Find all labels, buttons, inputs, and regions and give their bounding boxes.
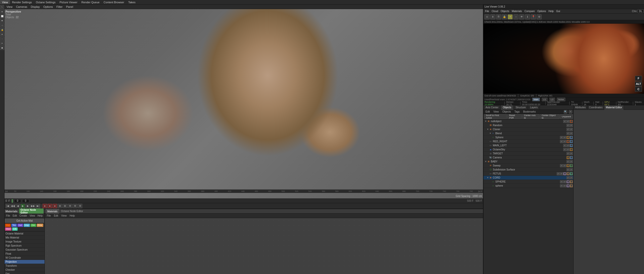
mat-tab-mat[interactable]: Mat bbox=[5, 224, 11, 227]
om-row-sphere2[interactable]: ○ sphere ✓ ✓ ⬛ ⬛ bbox=[484, 184, 573, 188]
om-mat-camera[interactable]: ⬛ bbox=[567, 156, 570, 159]
om-row-baby[interactable]: ▼ ⊞ BABY ✓ ✓ bbox=[484, 160, 573, 164]
menu-render-settings[interactable]: Render Settings bbox=[10, 0, 34, 4]
expand-random[interactable] bbox=[487, 124, 489, 127]
om-row-nullobject[interactable]: ▼ ⊞ nullobject ✓ ✓ ⬛ bbox=[484, 119, 573, 123]
toolbar-btn-7[interactable]: ⊕ bbox=[0, 32, 4, 36]
timeline-end-field[interactable] bbox=[22, 199, 29, 203]
om-lock-sweep[interactable]: ✓ bbox=[563, 164, 566, 167]
om-mat2-sphere2[interactable]: ⬛ bbox=[570, 184, 573, 187]
menu-content-browser[interactable]: Content Browser bbox=[102, 0, 126, 4]
lv-btn-sun[interactable]: ☀ bbox=[508, 14, 513, 19]
expand-main-left[interactable] bbox=[487, 144, 489, 147]
om-row-fetus[interactable]: ▭ FETUS ✓ ✓ ⬛ ⬛ ⬛ bbox=[484, 172, 573, 176]
om-lock-red-right[interactable]: ✓ bbox=[563, 140, 566, 143]
anim-btn-step-fwd[interactable]: ▶▶ bbox=[31, 204, 35, 208]
om-mat2-sphere[interactable]: ⬛ bbox=[570, 136, 573, 139]
timeline-start-field[interactable] bbox=[14, 199, 21, 203]
mat-tab-map[interactable]: Map bbox=[24, 224, 30, 227]
expand-cloner[interactable]: ▼ bbox=[487, 128, 489, 131]
om-search-icon[interactable]: 🔍 bbox=[564, 110, 567, 114]
toolbar-btn-3[interactable]: ⬜ bbox=[0, 14, 4, 18]
anim-btn-extra5[interactable]: ⚙ bbox=[78, 204, 82, 208]
anim-btn-extra2[interactable]: ⊞ bbox=[63, 204, 67, 208]
lv-menu-options[interactable]: Options bbox=[536, 10, 547, 13]
expand-subdivision[interactable] bbox=[487, 168, 489, 171]
om-lock-sphere2[interactable]: ✓ bbox=[563, 184, 566, 187]
lv-menu-objects[interactable]: Objects bbox=[500, 10, 510, 13]
menu-picture-viewer[interactable]: Picture Viewer bbox=[58, 0, 79, 4]
om-tab-axis-center[interactable]: Axis Center bbox=[484, 105, 501, 110]
lv-menu-compare[interactable]: Compare bbox=[524, 10, 536, 13]
om-lock-cord[interactable]: ✓ bbox=[570, 176, 573, 179]
vp-menu-filter[interactable]: Filter bbox=[55, 5, 63, 8]
om-row-sweep[interactable]: ⟳ Sweep ✓ ✓ ⬛ ⬛ bbox=[484, 164, 573, 168]
om-row-red-right[interactable]: ▭ RED_RIGHT ✓ ✓ ⬛ ⬛ bbox=[484, 140, 573, 144]
mat-menu-file[interactable]: File bbox=[5, 214, 11, 217]
mat-item-gaussian-spectrum[interactable]: Gaussian Spectrum bbox=[5, 248, 45, 252]
om-vis-sphere[interactable]: ✓ bbox=[560, 136, 563, 139]
om-vis-sphere-cord[interactable]: ✓ bbox=[560, 180, 563, 183]
om-lock-fetus[interactable]: ✓ bbox=[560, 172, 563, 175]
anim-btn-record3[interactable]: ● bbox=[53, 204, 57, 208]
om-lock-nullobject[interactable]: ✓ bbox=[567, 120, 570, 123]
expand-sweep[interactable] bbox=[487, 164, 489, 167]
om-mat-sphere2[interactable]: ⬛ bbox=[567, 184, 570, 187]
mat-item-projection[interactable]: Projection bbox=[5, 260, 45, 264]
om-lock-main-left[interactable]: ✓ bbox=[567, 144, 570, 147]
expand-blend[interactable]: ▼ bbox=[489, 132, 492, 135]
toolbar-btn-8[interactable]: ↔ bbox=[0, 37, 4, 41]
anim-btn-step-back[interactable]: ◀◀ bbox=[11, 204, 15, 208]
om-lock-subdivision[interactable]: ✓ bbox=[570, 168, 573, 171]
attr-tab-attributes[interactable]: Attributes bbox=[574, 105, 587, 110]
mat-tab-med[interactable]: Med bbox=[5, 227, 12, 231]
lv-btn-gear[interactable]: ⚙ bbox=[537, 14, 542, 19]
om-btn-center-axis[interactable]: Center Axis to bbox=[522, 114, 539, 119]
menu-view[interactable]: View bbox=[0, 0, 10, 4]
mat-item-float[interactable]: Float bbox=[5, 252, 45, 256]
anim-btn-record[interactable]: ● bbox=[43, 204, 47, 208]
anim-btn-extra4[interactable]: ⚙ bbox=[73, 204, 77, 208]
mat-tab-get[interactable]: Get bbox=[17, 224, 23, 227]
om-vis-red-right[interactable]: ✓ bbox=[560, 140, 563, 143]
mat-tab-om[interactable]: Om bbox=[30, 224, 36, 227]
mat-tab-tex[interactable]: Tex bbox=[11, 224, 17, 227]
expand-baby[interactable]: ▼ bbox=[485, 160, 487, 163]
om-tag-red-right[interactable]: ⬛ bbox=[570, 140, 573, 143]
ne-menu-view[interactable]: View bbox=[60, 214, 68, 217]
mat-menu-view[interactable]: View bbox=[28, 214, 36, 217]
menu-takes[interactable]: Takes bbox=[126, 0, 138, 4]
lv-btn-circle[interactable]: ○ bbox=[513, 14, 518, 19]
menu-octane-settings[interactable]: Octane Settings bbox=[34, 0, 58, 4]
toolbar-btn-6[interactable]: 🔒 bbox=[0, 28, 4, 32]
om-menu-view[interactable]: View bbox=[492, 110, 500, 113]
om-tag-camera[interactable]: ⬛ bbox=[570, 156, 573, 159]
lv-btn-pause[interactable]: ⏸ bbox=[490, 14, 495, 19]
om-lock-octanesky[interactable]: ✓ bbox=[567, 148, 570, 151]
om-menu-edit[interactable]: Edit bbox=[485, 110, 491, 113]
node-editor-tab-octane[interactable]: Octane Node Editor bbox=[60, 209, 85, 214]
om-row-random[interactable]: ⚄ Random ✓ ✓ bbox=[484, 123, 573, 127]
om-row-sphere-cord[interactable]: ○ SPHERE ✓ ✓ ⬛ ⬛ bbox=[484, 180, 573, 184]
expand-fetus[interactable] bbox=[487, 173, 489, 175]
lv-btn-info[interactable]: ℹ bbox=[525, 14, 530, 19]
om-mat-sphere-cord[interactable]: ⬛ bbox=[567, 180, 570, 183]
om-vis-main-left[interactable]: ✓ bbox=[563, 144, 566, 147]
om-filter-icon[interactable]: ≡ bbox=[569, 110, 572, 114]
toolbar-btn-2[interactable]: ⊞ bbox=[0, 10, 4, 14]
om-row-cord[interactable]: ▼ ⊞ CORD ✓ ✓ bbox=[484, 176, 573, 180]
live-viewer-render-area[interactable]: F ALT C bbox=[484, 24, 644, 94]
viewport[interactable]: Perspective Total Objects 22 Grid Spacin… bbox=[5, 9, 483, 198]
om-row-main-left[interactable]: ▭ MAIN_LEFT ✓ ✓ ⬛ bbox=[484, 144, 573, 148]
anim-btn-next-frame[interactable]: ▶ bbox=[26, 204, 30, 208]
om-mat-nullobject[interactable]: ⬛ bbox=[570, 120, 573, 123]
expand-target[interactable] bbox=[487, 152, 489, 155]
mat-menu-help[interactable]: Help bbox=[36, 214, 44, 217]
lv-menu-cloud[interactable]: Cloud bbox=[491, 10, 499, 13]
lv-btn-loc[interactable]: 📍 bbox=[531, 14, 536, 19]
om-mat2-fetus[interactable]: ⬛ bbox=[567, 172, 570, 175]
om-mat2-sphere-cord[interactable]: ⬛ bbox=[570, 180, 573, 183]
mat-item-dirt[interactable]: Dirt bbox=[5, 272, 45, 274]
expand-red-right[interactable] bbox=[487, 140, 489, 143]
anim-btn-extra3[interactable]: ⚙ bbox=[68, 204, 72, 208]
